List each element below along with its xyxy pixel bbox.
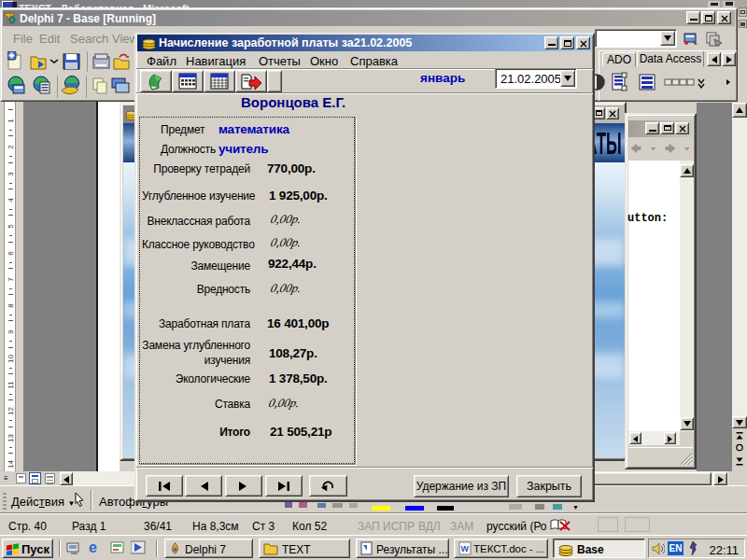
svg-text:W: W — [461, 544, 470, 553]
